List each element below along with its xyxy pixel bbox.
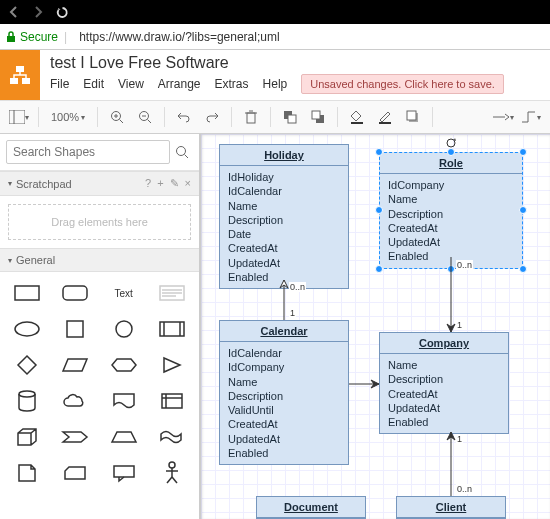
url-text: https://www.draw.io/?libs=general;uml xyxy=(79,30,279,44)
browser-bar xyxy=(0,0,550,24)
menu-arrange[interactable]: Arrange xyxy=(158,77,201,91)
svg-point-35 xyxy=(116,321,132,337)
shape-ellipse[interactable] xyxy=(6,314,48,344)
menu-edit[interactable]: Edit xyxy=(83,77,104,91)
search-shapes-input[interactable] xyxy=(6,140,170,164)
multiplicity-label: 1 xyxy=(456,434,463,444)
shadow-button[interactable] xyxy=(402,106,424,128)
svg-point-44 xyxy=(169,462,175,468)
toolbar: ▾ 100% ▾ ▾ ▾ xyxy=(0,100,550,134)
close-icon[interactable]: × xyxy=(185,177,191,190)
to-back-button[interactable] xyxy=(307,106,329,128)
address-bar[interactable]: Secure | https://www.draw.io/?libs=gener… xyxy=(0,24,550,50)
svg-rect-13 xyxy=(247,113,255,123)
drawio-logo[interactable] xyxy=(0,50,40,100)
svg-rect-2 xyxy=(10,78,18,84)
multiplicity-label: 0..n xyxy=(289,282,306,292)
svg-point-39 xyxy=(19,391,35,397)
shape-note[interactable] xyxy=(6,458,48,488)
zoom-in-button[interactable] xyxy=(106,106,128,128)
svg-line-7 xyxy=(120,120,124,124)
svg-rect-34 xyxy=(67,321,83,337)
sidebar-toggle-button[interactable]: ▾ xyxy=(8,106,30,128)
line-color-button[interactable] xyxy=(374,106,396,128)
svg-line-26 xyxy=(184,155,188,159)
svg-rect-17 xyxy=(288,115,296,123)
scratchpad-dropzone[interactable]: Drag elements here xyxy=(8,204,191,240)
shape-tape[interactable] xyxy=(151,422,193,452)
waypoint-button[interactable]: ▾ xyxy=(520,106,542,128)
lock-icon xyxy=(6,31,16,43)
svg-rect-3 xyxy=(22,78,30,84)
shape-cylinder[interactable] xyxy=(6,386,48,416)
shape-process[interactable] xyxy=(151,314,193,344)
svg-rect-21 xyxy=(379,122,391,124)
svg-rect-20 xyxy=(351,122,363,124)
menu-extras[interactable]: Extras xyxy=(215,77,249,91)
reload-button[interactable] xyxy=(54,4,70,20)
menu-help[interactable]: Help xyxy=(263,77,288,91)
search-icon[interactable] xyxy=(170,145,193,159)
add-icon[interactable]: + xyxy=(157,177,163,190)
menu-file[interactable]: File xyxy=(50,77,69,91)
shape-callout[interactable] xyxy=(103,458,145,488)
shape-triangle[interactable] xyxy=(151,350,193,380)
menu-view[interactable]: View xyxy=(118,77,144,91)
multiplicity-label: 1 xyxy=(289,308,296,318)
shape-cube[interactable] xyxy=(6,422,48,452)
shape-actor[interactable] xyxy=(151,458,193,488)
shape-hexagon[interactable] xyxy=(103,350,145,380)
shape-document[interactable] xyxy=(103,386,145,416)
forward-button[interactable] xyxy=(30,4,46,20)
multiplicity-label: 0..n xyxy=(456,484,473,494)
svg-line-48 xyxy=(172,477,177,483)
menu-bar: File Edit View Arrange Extras Help Unsav… xyxy=(50,74,540,94)
svg-point-33 xyxy=(15,322,39,336)
svg-rect-28 xyxy=(63,286,87,300)
shape-card[interactable] xyxy=(54,458,96,488)
svg-line-47 xyxy=(167,477,172,483)
edges xyxy=(201,134,550,519)
multiplicity-label: 1 xyxy=(456,320,463,330)
connection-button[interactable]: ▾ xyxy=(492,106,514,128)
shape-circle[interactable] xyxy=(103,314,145,344)
svg-rect-1 xyxy=(16,66,24,72)
secure-indicator: Secure xyxy=(6,30,58,44)
canvas[interactable]: Holiday IdHolidayIdCalendarNameDescripti… xyxy=(200,134,550,519)
shape-step[interactable] xyxy=(54,422,96,452)
svg-rect-4 xyxy=(9,110,25,124)
shape-parallelogram[interactable] xyxy=(54,350,96,380)
svg-rect-40 xyxy=(162,394,182,408)
sidebar: ▾Scratchpad ?+✎× Drag elements here ▾Gen… xyxy=(0,134,200,519)
shape-diamond[interactable] xyxy=(6,350,48,380)
shape-rounded[interactable] xyxy=(54,278,96,308)
secure-label: Secure xyxy=(20,30,58,44)
fill-color-button[interactable] xyxy=(346,106,368,128)
shape-rect[interactable] xyxy=(6,278,48,308)
app-header: test I Love Free Software File Edit View… xyxy=(0,50,550,100)
back-button[interactable] xyxy=(6,4,22,20)
help-icon[interactable]: ? xyxy=(145,177,151,190)
zoom-dropdown[interactable]: 100% ▾ xyxy=(47,111,89,123)
shape-cloud[interactable] xyxy=(54,386,96,416)
shape-textbox[interactable] xyxy=(151,278,193,308)
redo-button[interactable] xyxy=(201,106,223,128)
svg-rect-19 xyxy=(312,111,320,119)
edit-icon[interactable]: ✎ xyxy=(170,177,179,190)
svg-rect-0 xyxy=(7,36,15,42)
unsaved-notice[interactable]: Unsaved changes. Click here to save. xyxy=(301,74,504,94)
general-header[interactable]: ▾General xyxy=(0,248,199,272)
svg-point-25 xyxy=(176,147,185,156)
zoom-out-button[interactable] xyxy=(134,106,156,128)
delete-button[interactable] xyxy=(240,106,262,128)
scratchpad-header[interactable]: ▾Scratchpad ?+✎× xyxy=(0,171,199,196)
to-front-button[interactable] xyxy=(279,106,301,128)
shape-internal-storage[interactable] xyxy=(151,386,193,416)
multiplicity-label: 0..n xyxy=(456,260,473,270)
shape-trapezoid[interactable] xyxy=(103,422,145,452)
shape-text[interactable]: Text xyxy=(103,278,145,308)
document-title[interactable]: test I Love Free Software xyxy=(50,54,540,72)
shape-square[interactable] xyxy=(54,314,96,344)
shapes-palette: Text xyxy=(0,272,199,494)
undo-button[interactable] xyxy=(173,106,195,128)
